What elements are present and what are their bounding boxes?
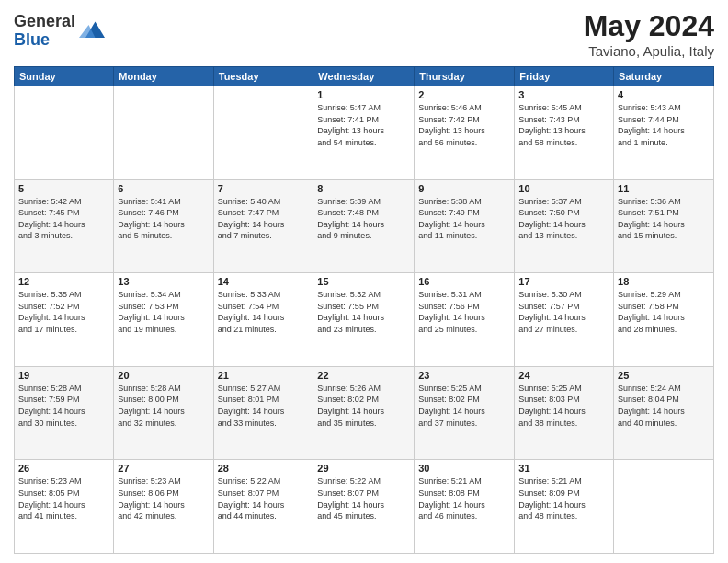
- day-info: Sunrise: 5:28 AM Sunset: 8:00 PM Dayligh…: [118, 383, 209, 429]
- location: Taviano, Apulia, Italy: [584, 43, 714, 59]
- day-number: 20: [118, 370, 209, 381]
- day-info: Sunrise: 5:46 AM Sunset: 7:42 PM Dayligh…: [418, 102, 510, 148]
- day-number: 26: [18, 463, 109, 474]
- logo-text: General Blue: [14, 13, 75, 50]
- calendar-cell: 18Sunrise: 5:29 AM Sunset: 7:58 PM Dayli…: [614, 273, 714, 367]
- calendar-cell: [15, 86, 114, 180]
- day-number: 19: [18, 370, 109, 381]
- day-number: 14: [218, 276, 310, 287]
- calendar-cell: 5Sunrise: 5:42 AM Sunset: 7:45 PM Daylig…: [15, 179, 114, 273]
- day-number: 21: [218, 370, 310, 381]
- calendar-cell: 6Sunrise: 5:41 AM Sunset: 7:46 PM Daylig…: [114, 179, 213, 273]
- day-info: Sunrise: 5:30 AM Sunset: 7:57 PM Dayligh…: [518, 289, 609, 335]
- calendar-cell: 14Sunrise: 5:33 AM Sunset: 7:54 PM Dayli…: [213, 273, 313, 367]
- day-info: Sunrise: 5:36 AM Sunset: 7:51 PM Dayligh…: [618, 196, 710, 242]
- day-number: 23: [418, 370, 510, 381]
- day-number: 3: [518, 89, 609, 100]
- logo-icon: [79, 18, 105, 44]
- day-number: 12: [18, 276, 109, 287]
- day-number: 8: [317, 183, 410, 194]
- day-number: 10: [518, 183, 609, 194]
- day-info: Sunrise: 5:34 AM Sunset: 7:53 PM Dayligh…: [118, 289, 209, 335]
- header-day-sunday: Sunday: [15, 67, 114, 86]
- day-info: Sunrise: 5:41 AM Sunset: 7:46 PM Dayligh…: [118, 196, 209, 242]
- day-info: Sunrise: 5:26 AM Sunset: 8:02 PM Dayligh…: [317, 383, 410, 429]
- day-info: Sunrise: 5:22 AM Sunset: 8:07 PM Dayligh…: [218, 476, 310, 522]
- calendar-cell: 27Sunrise: 5:23 AM Sunset: 8:06 PM Dayli…: [114, 460, 213, 554]
- calendar-cell: [614, 460, 714, 554]
- day-info: Sunrise: 5:22 AM Sunset: 8:07 PM Dayligh…: [317, 476, 410, 522]
- calendar-cell: 4Sunrise: 5:43 AM Sunset: 7:44 PM Daylig…: [614, 86, 714, 180]
- calendar-cell: 12Sunrise: 5:35 AM Sunset: 7:52 PM Dayli…: [15, 273, 114, 367]
- day-info: Sunrise: 5:35 AM Sunset: 7:52 PM Dayligh…: [18, 289, 109, 335]
- logo-general: General: [14, 13, 75, 31]
- calendar-cell: 29Sunrise: 5:22 AM Sunset: 8:07 PM Dayli…: [313, 460, 415, 554]
- calendar-cell: 28Sunrise: 5:22 AM Sunset: 8:07 PM Dayli…: [213, 460, 313, 554]
- calendar-cell: 3Sunrise: 5:45 AM Sunset: 7:43 PM Daylig…: [515, 86, 614, 180]
- day-info: Sunrise: 5:43 AM Sunset: 7:44 PM Dayligh…: [618, 102, 710, 148]
- week-row-2: 5Sunrise: 5:42 AM Sunset: 7:45 PM Daylig…: [15, 179, 714, 273]
- calendar-cell: [114, 86, 213, 180]
- calendar-cell: 25Sunrise: 5:24 AM Sunset: 8:04 PM Dayli…: [614, 366, 714, 460]
- week-row-4: 19Sunrise: 5:28 AM Sunset: 7:59 PM Dayli…: [15, 366, 714, 460]
- calendar-cell: 7Sunrise: 5:40 AM Sunset: 7:47 PM Daylig…: [213, 179, 313, 273]
- day-info: Sunrise: 5:23 AM Sunset: 8:05 PM Dayligh…: [18, 476, 109, 522]
- day-info: Sunrise: 5:42 AM Sunset: 7:45 PM Dayligh…: [18, 196, 109, 242]
- week-row-1: 1Sunrise: 5:47 AM Sunset: 7:41 PM Daylig…: [15, 86, 714, 180]
- day-number: 30: [418, 463, 510, 474]
- day-info: Sunrise: 5:38 AM Sunset: 7:49 PM Dayligh…: [418, 196, 510, 242]
- week-row-5: 26Sunrise: 5:23 AM Sunset: 8:05 PM Dayli…: [15, 460, 714, 554]
- calendar-cell: 20Sunrise: 5:28 AM Sunset: 8:00 PM Dayli…: [114, 366, 213, 460]
- day-info: Sunrise: 5:23 AM Sunset: 8:06 PM Dayligh…: [118, 476, 209, 522]
- calendar-cell: 16Sunrise: 5:31 AM Sunset: 7:56 PM Dayli…: [415, 273, 515, 367]
- day-number: 6: [118, 183, 209, 194]
- day-info: Sunrise: 5:32 AM Sunset: 7:55 PM Dayligh…: [317, 289, 410, 335]
- header-day-tuesday: Tuesday: [213, 67, 313, 86]
- calendar-cell: 9Sunrise: 5:38 AM Sunset: 7:49 PM Daylig…: [415, 179, 515, 273]
- day-number: 2: [418, 89, 510, 100]
- calendar-table: SundayMondayTuesdayWednesdayThursdayFrid…: [14, 66, 714, 554]
- day-number: 1: [317, 89, 410, 100]
- day-info: Sunrise: 5:25 AM Sunset: 8:02 PM Dayligh…: [418, 383, 510, 429]
- day-number: 24: [518, 370, 609, 381]
- day-info: Sunrise: 5:37 AM Sunset: 7:50 PM Dayligh…: [518, 196, 609, 242]
- day-info: Sunrise: 5:31 AM Sunset: 7:56 PM Dayligh…: [418, 289, 510, 335]
- header-day-saturday: Saturday: [614, 67, 714, 86]
- day-number: 27: [118, 463, 209, 474]
- calendar-cell: 17Sunrise: 5:30 AM Sunset: 7:57 PM Dayli…: [515, 273, 614, 367]
- logo-blue: Blue: [14, 31, 75, 50]
- week-row-3: 12Sunrise: 5:35 AM Sunset: 7:52 PM Dayli…: [15, 273, 714, 367]
- day-info: Sunrise: 5:27 AM Sunset: 8:01 PM Dayligh…: [218, 383, 310, 429]
- header-row: SundayMondayTuesdayWednesdayThursdayFrid…: [15, 67, 714, 86]
- header-day-monday: Monday: [114, 67, 213, 86]
- day-number: 25: [618, 370, 710, 381]
- day-number: 13: [118, 276, 209, 287]
- calendar-cell: 15Sunrise: 5:32 AM Sunset: 7:55 PM Dayli…: [313, 273, 415, 367]
- day-number: 4: [618, 89, 710, 100]
- calendar-cell: 1Sunrise: 5:47 AM Sunset: 7:41 PM Daylig…: [313, 86, 415, 180]
- calendar-cell: 11Sunrise: 5:36 AM Sunset: 7:51 PM Dayli…: [614, 179, 714, 273]
- day-number: 5: [18, 183, 109, 194]
- day-number: 9: [418, 183, 510, 194]
- calendar-cell: 13Sunrise: 5:34 AM Sunset: 7:53 PM Dayli…: [114, 273, 213, 367]
- day-number: 16: [418, 276, 510, 287]
- day-info: Sunrise: 5:29 AM Sunset: 7:58 PM Dayligh…: [618, 289, 710, 335]
- page: General Blue May 2024 Taviano, Apulia, I…: [0, 0, 728, 563]
- day-number: 22: [317, 370, 410, 381]
- day-info: Sunrise: 5:39 AM Sunset: 7:48 PM Dayligh…: [317, 196, 410, 242]
- day-number: 15: [317, 276, 410, 287]
- calendar-cell: 23Sunrise: 5:25 AM Sunset: 8:02 PM Dayli…: [415, 366, 515, 460]
- day-info: Sunrise: 5:33 AM Sunset: 7:54 PM Dayligh…: [218, 289, 310, 335]
- day-number: 11: [618, 183, 710, 194]
- day-number: 17: [518, 276, 609, 287]
- header: General Blue May 2024 Taviano, Apulia, I…: [14, 9, 714, 59]
- title-block: May 2024 Taviano, Apulia, Italy: [584, 9, 714, 59]
- day-info: Sunrise: 5:28 AM Sunset: 7:59 PM Dayligh…: [18, 383, 109, 429]
- header-day-thursday: Thursday: [415, 67, 515, 86]
- calendar-cell: 8Sunrise: 5:39 AM Sunset: 7:48 PM Daylig…: [313, 179, 415, 273]
- calendar-cell: [213, 86, 313, 180]
- day-number: 28: [218, 463, 310, 474]
- header-day-friday: Friday: [515, 67, 614, 86]
- calendar-cell: 26Sunrise: 5:23 AM Sunset: 8:05 PM Dayli…: [15, 460, 114, 554]
- day-number: 18: [618, 276, 710, 287]
